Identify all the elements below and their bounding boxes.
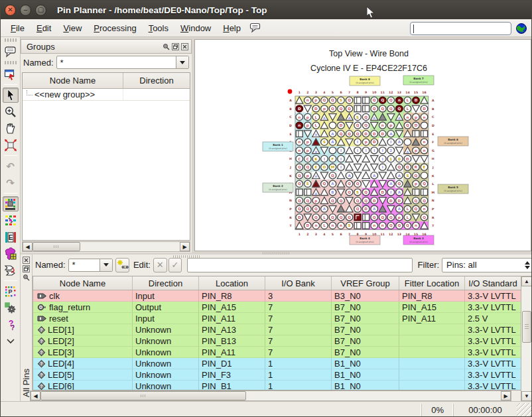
menu-window[interactable]: Window xyxy=(174,21,217,35)
search-input[interactable] xyxy=(410,22,511,35)
group-name[interactable]: <<new group>> xyxy=(34,89,95,99)
tooltip-bubble-icon[interactable] xyxy=(249,23,261,33)
node-name[interactable]: reset xyxy=(49,314,68,324)
resize-grip[interactable] xyxy=(517,403,531,417)
svg-text:4: 4 xyxy=(323,91,325,94)
close-panel-icon[interactable] xyxy=(23,257,30,264)
combo-dropdown-icon[interactable] xyxy=(176,56,188,68)
node-name[interactable]: LED[4] xyxy=(48,359,74,369)
node-name[interactable]: LED[5] xyxy=(48,370,74,380)
package-diagram[interactable]: Top View - Wire BondCyclone IV E - EP4CE… xyxy=(195,40,531,249)
scroll-right-icon[interactable]: ▶ xyxy=(501,391,511,400)
pin-row-LED-2-[interactable]: ?LED[2]UnknownPIN_B137B7_N03.3-V LVTTL xyxy=(33,335,521,347)
menu-view[interactable]: View xyxy=(57,21,88,35)
toolbar-grip[interactable] xyxy=(5,61,17,64)
pin-migration-icon[interactable] xyxy=(3,213,19,228)
maximize-button[interactable]: ▢ xyxy=(35,5,46,16)
column-header-node-name[interactable]: Node Name xyxy=(33,276,133,290)
svg-text:C: C xyxy=(306,157,309,161)
pin-row-LED-1-[interactable]: ?LED[1]UnknownPIN_A137B7_N03.3-V LVTTL xyxy=(33,324,521,335)
column-header-location[interactable]: Location xyxy=(199,276,265,290)
globe-search-icon[interactable] xyxy=(515,23,527,34)
menu-file[interactable]: File xyxy=(5,21,31,35)
menu-tools[interactable]: Tools xyxy=(143,21,174,35)
new-node-button[interactable]: «» xyxy=(115,258,129,272)
pin-row-clk[interactable]: clkInputPIN_R83B3_N0PIN_R83.3-V LVTTL xyxy=(33,290,521,302)
pin-row-LED-3-[interactable]: ?LED[3]UnknownPIN_A117B7_N03.3-V LVTTL xyxy=(33,347,521,358)
scroll-left-icon[interactable]: ◀ xyxy=(31,391,40,400)
edit-value-input[interactable] xyxy=(187,258,412,272)
undo-icon[interactable]: ↶ xyxy=(3,158,19,174)
pin-row-reset[interactable]: resetInputPIN_A117B7_N0PIN_A112.5 V xyxy=(33,313,521,324)
groups-col-direction[interactable]: Direction xyxy=(123,73,190,88)
pin-legend-icon[interactable]: P xyxy=(3,284,19,299)
svg-text:J: J xyxy=(432,166,434,169)
close-panel-icon[interactable] xyxy=(181,43,188,50)
pin-row-LED-4-[interactable]: ?LED[4]UnknownPIN_D11B1_N03.3-V LVTTL xyxy=(33,358,521,369)
pin-row-flag-return[interactable]: flag_returnOutputPIN_A157B7_N0PIN_A153.3… xyxy=(33,302,521,313)
pin-row-LED-5-[interactable]: ?LED[5]UnknownPIN_F31B1_N03.3-V LVTTL xyxy=(33,369,521,381)
selection-tool-icon[interactable] xyxy=(3,88,19,103)
scroll-thumb[interactable] xyxy=(40,391,246,400)
svg-text:L: L xyxy=(432,182,434,186)
new-window-icon[interactable] xyxy=(3,66,19,82)
minimize-button[interactable]: – xyxy=(20,5,31,16)
column-header-vref-group[interactable]: VREF Group xyxy=(332,276,399,290)
menu-help[interactable]: Help xyxy=(217,21,247,35)
toolbar-grip[interactable] xyxy=(5,38,17,42)
scroll-left-icon[interactable]: ◀ xyxy=(23,242,33,251)
pin-panel-icon[interactable] xyxy=(163,43,170,50)
pin-panel-icon[interactable] xyxy=(23,274,30,281)
pan-tool-icon[interactable] xyxy=(3,121,19,136)
combo-dropdown-icon[interactable] xyxy=(100,259,112,271)
filter-dropdown[interactable]: Pins: all xyxy=(442,258,532,272)
pin-row-LED-6-[interactable]: ?LED[6]UnknownPIN_B11B1_N03.3-V LVTTL xyxy=(33,381,521,390)
zoom-tool-icon[interactable] xyxy=(3,104,19,119)
column-header-i-o-standard[interactable]: I/O Standard xyxy=(465,276,521,290)
svg-text:A: A xyxy=(315,192,318,196)
svg-text:I: I xyxy=(373,149,375,152)
svg-text:Q: Q xyxy=(381,215,384,219)
spinner-icon[interactable] xyxy=(525,259,530,272)
scroll-down-icon[interactable]: ▼ xyxy=(521,391,532,401)
node-name[interactable]: LED[2] xyxy=(48,336,74,346)
chevron-down-icon[interactable] xyxy=(3,333,19,349)
fit-view-icon[interactable] xyxy=(3,137,19,152)
edit-pins-icon[interactable]: E xyxy=(3,229,19,245)
edit-accept-button[interactable]: ✓ xyxy=(168,258,182,272)
groups-col-node-name[interactable]: Node Name xyxy=(23,73,123,88)
column-header-direction[interactable]: Direction xyxy=(133,276,199,290)
node-name[interactable]: LED[6] xyxy=(48,381,74,391)
node-name[interactable]: LED[1] xyxy=(48,325,74,335)
package-view-icon[interactable] xyxy=(3,196,19,211)
pin-table-hscrollbar[interactable]: ◀ ▶ xyxy=(30,390,511,401)
pin-table-vscrollbar[interactable]: ▲ ▼ xyxy=(521,276,532,402)
scroll-thumb[interactable] xyxy=(33,242,80,251)
restore-panel-icon[interactable] xyxy=(23,265,30,272)
scroll-thumb[interactable] xyxy=(522,311,531,343)
help-icon[interactable]: ?? xyxy=(3,317,19,332)
notes-icon[interactable] xyxy=(3,44,19,59)
column-header-i-o-bank[interactable]: I/O Bank xyxy=(265,276,332,290)
named-combobox[interactable]: * xyxy=(68,259,113,272)
edit-cancel-button[interactable]: ✕ xyxy=(153,258,167,272)
menu-edit[interactable]: Edit xyxy=(31,21,57,35)
scroll-up-icon[interactable]: ▲ xyxy=(521,276,532,286)
menu-processing[interactable]: Processing xyxy=(88,21,142,35)
close-button[interactable]: ✕ xyxy=(5,5,16,16)
restore-panel-icon[interactable] xyxy=(172,43,179,50)
group-row[interactable]: <<new group>> xyxy=(23,89,190,101)
node-name[interactable]: LED[3] xyxy=(48,347,74,357)
package-view-panel[interactable]: Top View - Wire BondCyclone IV E - EP4CE… xyxy=(194,39,531,251)
node-name[interactable]: clk xyxy=(49,291,60,301)
node-name[interactable]: flag_return xyxy=(49,302,90,312)
scroll-right-icon[interactable]: ▶ xyxy=(180,242,190,251)
groups-hscrollbar[interactable]: ◀ ▶ xyxy=(22,241,190,252)
fanout-icon[interactable] xyxy=(3,263,19,278)
groups-named-combobox[interactable]: * xyxy=(56,56,189,69)
pad-view-icon[interactable] xyxy=(3,246,19,261)
redo-icon[interactable]: ↷ xyxy=(3,175,19,190)
svg-text:Q: Q xyxy=(298,207,301,211)
device-options-icon[interactable] xyxy=(3,300,19,316)
column-header-fitter-location[interactable]: Fitter Location xyxy=(399,276,465,290)
